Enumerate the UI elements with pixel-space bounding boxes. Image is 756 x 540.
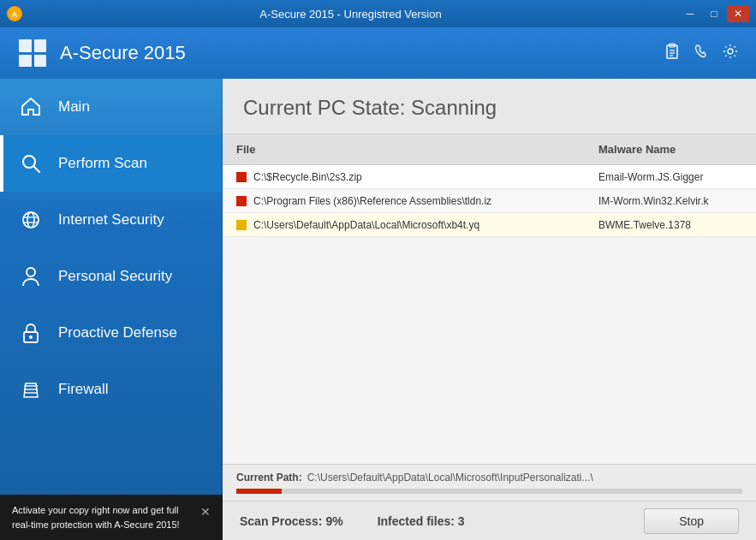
bottom-bar: Scan Process: 9% Infected files: 3 Stop xyxy=(223,501,756,540)
progress-container xyxy=(236,489,742,494)
sidebar-notification: Activate your copy right now and get ful… xyxy=(0,495,223,540)
threat-icon-yellow xyxy=(236,220,247,230)
app-logo: A-Secure 2015 xyxy=(17,38,186,68)
svg-point-7 xyxy=(728,49,733,54)
phone-icon[interactable] xyxy=(693,43,710,64)
scan-table: File Malware Name C:\$Recycle.Bin\2s3.zi… xyxy=(223,134,756,464)
page-title: Current PC State: Scanning xyxy=(223,79,756,134)
app-icon: A xyxy=(7,6,22,21)
svg-text:A: A xyxy=(12,10,18,19)
main-label: Main xyxy=(58,98,90,116)
window-controls: ─ □ ✕ xyxy=(679,5,749,22)
file-path-3: C:\Users\Default\AppData\Local\Microsoft… xyxy=(253,219,479,231)
title-bar: A A-Secure 2015 - Unregistred Version ─ … xyxy=(0,0,756,27)
sidebar-item-proactive-defense[interactable]: Proactive Defense xyxy=(0,305,223,361)
svg-point-11 xyxy=(27,212,34,228)
app-title: A-Secure 2015 xyxy=(60,42,186,64)
malware-cell-3: BWME.Twelve.1378 xyxy=(585,216,756,234)
svg-point-10 xyxy=(23,212,39,228)
sidebar-item-main[interactable]: Main xyxy=(0,79,223,135)
close-button[interactable]: ✕ xyxy=(727,5,749,22)
table-row: C:\Program Files (x86)\Reference Assembl… xyxy=(223,189,756,213)
threat-icon-red-2 xyxy=(236,196,247,206)
infected-label: Infected files: xyxy=(378,514,455,528)
table-body: C:\$Recycle.Bin\2s3.zip Email-Worm.JS.Gi… xyxy=(223,165,756,464)
malware-cell-2: IM-Worm.Win32.Kelvir.k xyxy=(585,192,756,211)
header-icons xyxy=(664,43,739,64)
file-cell-3: C:\Users\Default\AppData\Local\Microsoft… xyxy=(223,216,585,234)
gear-icon[interactable] xyxy=(722,43,739,64)
personal-security-label: Personal Security xyxy=(58,268,172,285)
person-icon xyxy=(17,263,45,290)
stop-button[interactable]: Stop xyxy=(644,508,739,534)
globe-icon xyxy=(17,206,45,234)
clipboard-icon[interactable] xyxy=(664,43,681,64)
main-layout: Main Perform Scan Internet Security xyxy=(0,79,756,540)
progress-fill xyxy=(236,489,282,494)
internet-security-label: Internet Security xyxy=(58,211,164,228)
firewall-icon xyxy=(17,376,45,403)
content-area: Current PC State: Scanning File Malware … xyxy=(223,79,756,540)
sidebar-item-personal-security[interactable]: Personal Security xyxy=(0,248,223,305)
malware-cell-1: Email-Worm.JS.Gigger xyxy=(585,168,756,187)
minimize-button[interactable]: ─ xyxy=(679,5,701,22)
lock-icon xyxy=(17,319,45,347)
home-icon xyxy=(17,93,45,121)
notification-close-button[interactable]: ✕ xyxy=(200,503,211,521)
path-label: Current Path: xyxy=(236,472,302,484)
threat-icon-red xyxy=(236,172,247,182)
scan-process-stat: Scan Process: 9% xyxy=(240,514,343,528)
firewall-label: Firewall xyxy=(58,381,109,398)
scan-process-value: 9% xyxy=(325,514,342,528)
scan-process-label: Scan Process: xyxy=(240,514,323,528)
svg-line-9 xyxy=(33,166,39,172)
infected-files-stat: Infected files: 3 xyxy=(378,514,465,528)
col-malware-header: Malware Name xyxy=(585,139,756,159)
infected-value: 3 xyxy=(458,514,465,528)
sidebar-item-internet-security[interactable]: Internet Security xyxy=(0,192,223,248)
file-cell-2: C:\Program Files (x86)\Reference Assembl… xyxy=(223,192,585,211)
file-cell-1: C:\$Recycle.Bin\2s3.zip xyxy=(223,168,585,187)
sidebar-item-perform-scan[interactable]: Perform Scan xyxy=(0,135,223,192)
table-header: File Malware Name xyxy=(223,134,756,165)
svg-point-16 xyxy=(29,335,33,339)
status-bar: Current Path: C:\Users\Default\AppData\L… xyxy=(223,464,756,501)
table-rows: C:\$Recycle.Bin\2s3.zip Email-Worm.JS.Gi… xyxy=(223,165,756,464)
proactive-defense-label: Proactive Defense xyxy=(58,324,177,341)
file-path-2: C:\Program Files (x86)\Reference Assembl… xyxy=(253,195,491,207)
window-title: A-Secure 2015 - Unregistred Version xyxy=(22,8,679,21)
perform-scan-label: Perform Scan xyxy=(58,155,147,172)
svg-point-14 xyxy=(27,268,35,276)
logo-icon xyxy=(17,38,48,68)
file-path-1: C:\$Recycle.Bin\2s3.zip xyxy=(253,171,362,183)
col-file-header: File xyxy=(223,139,585,159)
current-path: Current Path: C:\Users\Default\AppData\L… xyxy=(236,472,742,484)
maximize-button[interactable]: □ xyxy=(703,5,725,22)
sidebar-item-firewall[interactable]: Firewall xyxy=(0,361,223,418)
table-row: C:\$Recycle.Bin\2s3.zip Email-Worm.JS.Gi… xyxy=(223,165,756,189)
app-header: A-Secure 2015 xyxy=(0,27,756,79)
search-icon xyxy=(17,150,45,177)
sidebar: Main Perform Scan Internet Security xyxy=(0,79,223,540)
notification-text: Activate your copy right now and get ful… xyxy=(12,503,200,531)
path-value: C:\Users\Default\AppData\Local\Microsoft… xyxy=(307,472,593,484)
table-row: C:\Users\Default\AppData\Local\Microsoft… xyxy=(223,213,756,237)
